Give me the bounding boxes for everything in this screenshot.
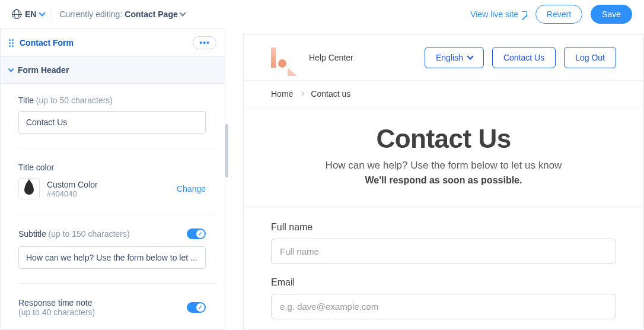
divider — [52, 8, 52, 20]
topbar-left: EN Currently editing: Contact Page — [12, 8, 185, 20]
preview-logout-button[interactable]: Log Out — [564, 47, 616, 68]
brand-logo — [271, 47, 298, 68]
globe-icon — [12, 9, 21, 19]
response-time-toggle[interactable] — [187, 302, 206, 313]
currently-editing-page: Contact Page — [125, 9, 177, 19]
more-options-button[interactable]: ••• — [193, 36, 216, 49]
section-body: Title (up to 50 characters) Title color … — [1, 84, 225, 329]
email-label: Email — [271, 277, 616, 288]
drag-handle-icon[interactable] — [9, 39, 14, 47]
preview-contact-button[interactable]: Contact Us — [492, 47, 556, 68]
fullname-label: Full name — [271, 222, 616, 233]
response-time-label-row: Response time note (up to 40 characters) — [18, 298, 206, 317]
view-live-site-link[interactable]: View live site — [470, 9, 527, 19]
chevron-right-icon — [299, 91, 304, 96]
panel-title: Contact Form — [20, 38, 74, 47]
breadcrumb-home[interactable]: Home — [271, 89, 293, 99]
save-button[interactable]: Save — [591, 5, 632, 24]
field-label-title: Title (up to 50 characters) — [18, 96, 216, 105]
title-input[interactable] — [18, 111, 206, 134]
main: Contact Form ••• Form Header Title (up t… — [0, 28, 644, 330]
response-time-note: We'll respond as soon as possible. — [256, 175, 632, 186]
field-group-title: Title (up to 50 characters) — [18, 96, 216, 148]
editor-sidebar: Contact Form ••• Form Header Title (up t… — [0, 28, 225, 330]
panel-header: Contact Form ••• — [1, 29, 225, 57]
change-color-link[interactable]: Change — [177, 184, 206, 193]
drop-icon — [24, 183, 34, 195]
preview-site-header: Help Center English Contact Us Log Out — [244, 35, 643, 80]
color-meta: Custom Color #404040 — [47, 180, 98, 198]
scrollbar[interactable] — [225, 124, 228, 177]
field-label-title-color: Title color — [18, 163, 216, 172]
section-header-form-header[interactable]: Form Header — [1, 57, 225, 84]
email-input[interactable] — [271, 294, 616, 319]
chevron-down-icon — [39, 9, 46, 16]
gap — [225, 28, 243, 330]
subtitle-input[interactable] — [18, 246, 206, 269]
top-bar: EN Currently editing: Contact Page View … — [0, 0, 644, 28]
breadcrumb-current: Contact us — [311, 89, 350, 99]
language-code: EN — [25, 9, 36, 19]
revert-button[interactable]: Revert — [535, 5, 582, 24]
currently-editing-label: Currently editing: — [59, 9, 122, 19]
view-live-label: View live site — [470, 9, 518, 19]
breadcrumb: Home Contact us — [244, 80, 643, 107]
language-selector[interactable]: EN — [12, 9, 44, 19]
hero: Contact Us How can we help? Use the form… — [244, 107, 643, 207]
fullname-input[interactable] — [271, 239, 616, 264]
brand-title: Help Center — [309, 53, 353, 62]
color-hex: #404040 — [47, 189, 98, 198]
topbar-right: View live site Revert Save — [470, 5, 632, 24]
color-name: Custom Color — [47, 180, 98, 189]
subtitle-toggle[interactable] — [187, 229, 206, 239]
title-color-row: Custom Color #404040 Change — [18, 178, 206, 199]
field-group-subtitle: Subtitle (up to 150 characters) — [18, 229, 216, 284]
title-color-display: Custom Color #404040 — [18, 178, 98, 199]
preview-header-buttons: English Contact Us Log Out — [425, 47, 616, 68]
preview-language-button[interactable]: English — [425, 47, 484, 68]
preview-brand: Help Center — [271, 47, 353, 68]
field-group-response-time: Response time note (up to 40 characters) — [18, 298, 216, 329]
page-title: Contact Us — [256, 124, 632, 154]
preview-pane: Help Center English Contact Us Log Out H… — [243, 34, 644, 330]
page-subtitle: How can we help? Use the form below to l… — [256, 160, 632, 172]
currently-editing-selector[interactable]: Currently editing: Contact Page — [59, 9, 184, 19]
field-label-response-time: Response time note (up to 40 characters) — [18, 298, 95, 317]
subtitle-label-row: Subtitle (up to 150 characters) — [18, 229, 206, 239]
color-swatch[interactable] — [18, 178, 40, 199]
contact-form: Full name Email — [244, 207, 643, 330]
chevron-down-icon — [179, 9, 186, 16]
panel-header-left: Contact Form — [9, 38, 74, 47]
field-group-title-color: Title color Custom Color #404040 Change — [18, 163, 216, 214]
chevron-down-icon — [8, 66, 14, 72]
chevron-down-icon — [467, 53, 473, 59]
external-link-icon — [522, 11, 527, 17]
field-label-subtitle: Subtitle (up to 150 characters) — [18, 229, 130, 239]
section-title: Form Header — [18, 65, 69, 75]
